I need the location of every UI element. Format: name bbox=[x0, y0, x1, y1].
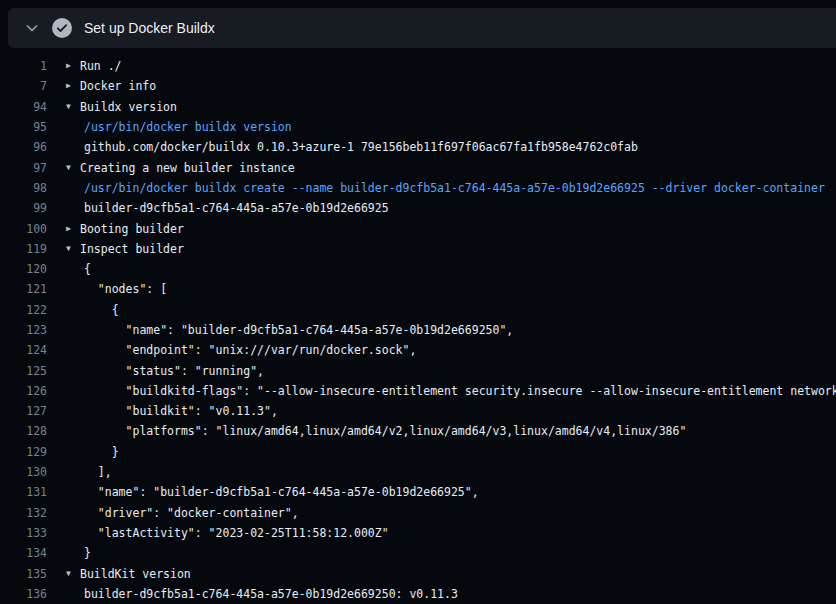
line-number-link[interactable]: 99 bbox=[0, 201, 47, 215]
log-line: 136 builder-d9cfb5a1-c764-445a-a57e-0b19… bbox=[0, 584, 836, 604]
log-group-line[interactable]: 97 ▼ Creating a new builder instance bbox=[0, 157, 836, 177]
triangle-down-icon[interactable]: ▼ bbox=[66, 570, 80, 578]
check-circle-icon bbox=[52, 18, 72, 38]
log-text: "name": "builder-d9cfb5a1-c764-445a-a57e… bbox=[84, 485, 479, 499]
log-text: builder-d9cfb5a1-c764-445a-a57e-0b19d2e6… bbox=[84, 201, 389, 215]
line-number-link[interactable]: 121 bbox=[0, 282, 47, 296]
log-group-line[interactable]: 100 ▶ Booting builder bbox=[0, 218, 836, 238]
line-number-link[interactable]: 135 bbox=[0, 567, 47, 581]
log-line: 123 "name": "builder-d9cfb5a1-c764-445a-… bbox=[0, 320, 836, 340]
log-text: github.com/docker/buildx 0.10.3+azure-1 … bbox=[84, 140, 638, 154]
step-header[interactable]: Set up Docker Buildx bbox=[8, 8, 836, 48]
line-number-link[interactable]: 95 bbox=[0, 120, 47, 134]
log-text: "buildkit": "v0.11.3", bbox=[84, 404, 278, 418]
log-text: Buildx version bbox=[80, 100, 177, 114]
log-lines: 1 ▶ Run ./ 7 ▶ Docker info 94 ▼ Buildx v… bbox=[0, 48, 836, 604]
log-text: } bbox=[84, 445, 119, 459]
line-number-link[interactable]: 120 bbox=[0, 262, 47, 276]
log-line: 129 } bbox=[0, 442, 836, 462]
triangle-down-icon[interactable]: ▼ bbox=[66, 245, 80, 253]
triangle-right-icon[interactable]: ▶ bbox=[66, 225, 80, 233]
log-text: Docker info bbox=[80, 79, 156, 93]
line-number-link[interactable]: 98 bbox=[0, 181, 47, 195]
line-number-link[interactable]: 124 bbox=[0, 343, 47, 357]
log-line: 121 "nodes": [ bbox=[0, 279, 836, 299]
line-number-link[interactable]: 1 bbox=[0, 59, 47, 73]
line-number-link[interactable]: 7 bbox=[0, 79, 47, 93]
log-text: ], bbox=[84, 465, 112, 479]
log-text: { bbox=[84, 303, 119, 317]
line-number-link[interactable]: 123 bbox=[0, 323, 47, 337]
log-text: "endpoint": "unix:///var/run/docker.sock… bbox=[84, 343, 416, 357]
line-number-link[interactable]: 127 bbox=[0, 404, 47, 418]
log-line: 122 { bbox=[0, 300, 836, 320]
log-line: 132 "driver": "docker-container", bbox=[0, 503, 836, 523]
line-number-link[interactable]: 94 bbox=[0, 100, 47, 114]
log-text: "platforms": "linux/amd64,linux/amd64/v2… bbox=[84, 424, 686, 438]
line-number-link[interactable]: 130 bbox=[0, 465, 47, 479]
line-number-link[interactable]: 119 bbox=[0, 242, 47, 256]
log-text: Creating a new builder instance bbox=[80, 161, 295, 175]
log-group-line[interactable]: 135 ▼ BuildKit version bbox=[0, 563, 836, 583]
log-text: "lastActivity": "2023-02-25T11:58:12.000… bbox=[84, 526, 389, 540]
log-group-line[interactable]: 7 ▶ Docker info bbox=[0, 76, 836, 96]
log-text: Inspect builder bbox=[80, 242, 184, 256]
line-number-link[interactable]: 134 bbox=[0, 546, 47, 560]
log-text: "status": "running", bbox=[84, 364, 264, 378]
log-line: 133 "lastActivity": "2023-02-25T11:58:12… bbox=[0, 523, 836, 543]
step-title: Set up Docker Buildx bbox=[84, 20, 215, 36]
line-number-link[interactable]: 131 bbox=[0, 485, 47, 499]
line-number-link[interactable]: 129 bbox=[0, 445, 47, 459]
log-text: "nodes": [ bbox=[84, 282, 167, 296]
log-line: 126 "buildkitd-flags": "--allow-insecure… bbox=[0, 381, 836, 401]
triangle-down-icon[interactable]: ▼ bbox=[66, 164, 80, 172]
log-line: 96 github.com/docker/buildx 0.10.3+azure… bbox=[0, 137, 836, 157]
log-text: "name": "builder-d9cfb5a1-c764-445a-a57e… bbox=[84, 323, 513, 337]
log-text: /usr/bin/docker buildx create --name bui… bbox=[84, 181, 825, 195]
log-line: 130 ], bbox=[0, 462, 836, 482]
line-number-link[interactable]: 132 bbox=[0, 506, 47, 520]
log-line: 124 "endpoint": "unix:///var/run/docker.… bbox=[0, 340, 836, 360]
log-text: /usr/bin/docker buildx version bbox=[84, 120, 292, 134]
log-text: Run ./ bbox=[80, 59, 122, 73]
log-text: } bbox=[84, 546, 91, 560]
log-line: 95 /usr/bin/docker buildx version bbox=[0, 117, 836, 137]
log-group-line[interactable]: 94 ▼ Buildx version bbox=[0, 97, 836, 117]
line-number-link[interactable]: 136 bbox=[0, 587, 47, 601]
line-number-link[interactable]: 128 bbox=[0, 424, 47, 438]
log-line: 134 } bbox=[0, 543, 836, 563]
log-text: "buildkitd-flags": "--allow-insecure-ent… bbox=[84, 384, 836, 398]
line-number-link[interactable]: 133 bbox=[0, 526, 47, 540]
log-line: 99 builder-d9cfb5a1-c764-445a-a57e-0b19d… bbox=[0, 198, 836, 218]
log-line: 128 "platforms": "linux/amd64,linux/amd6… bbox=[0, 421, 836, 441]
log-line: 120 { bbox=[0, 259, 836, 279]
triangle-right-icon[interactable]: ▶ bbox=[66, 82, 80, 90]
log-line: 98 /usr/bin/docker buildx create --name … bbox=[0, 178, 836, 198]
triangle-down-icon[interactable]: ▼ bbox=[66, 103, 80, 111]
log-text: builder-d9cfb5a1-c764-445a-a57e-0b19d2e6… bbox=[84, 587, 458, 601]
line-number-link[interactable]: 125 bbox=[0, 364, 47, 378]
log-line: 125 "status": "running", bbox=[0, 360, 836, 380]
log-line: 131 "name": "builder-d9cfb5a1-c764-445a-… bbox=[0, 482, 836, 502]
log-text: Booting builder bbox=[80, 222, 184, 236]
log-group-line[interactable]: 119 ▼ Inspect builder bbox=[0, 239, 836, 259]
line-number-link[interactable]: 97 bbox=[0, 161, 47, 175]
line-number-link[interactable]: 122 bbox=[0, 303, 47, 317]
line-number-link[interactable]: 100 bbox=[0, 222, 47, 236]
triangle-right-icon[interactable]: ▶ bbox=[66, 62, 80, 70]
chevron-down-icon[interactable] bbox=[24, 20, 40, 36]
log-text: BuildKit version bbox=[80, 567, 191, 581]
log-line: 127 "buildkit": "v0.11.3", bbox=[0, 401, 836, 421]
line-number-link[interactable]: 126 bbox=[0, 384, 47, 398]
log-group-line[interactable]: 1 ▶ Run ./ bbox=[0, 56, 836, 76]
log-text: "driver": "docker-container", bbox=[84, 506, 299, 520]
line-number-link[interactable]: 96 bbox=[0, 140, 47, 154]
log-text: { bbox=[84, 262, 91, 276]
